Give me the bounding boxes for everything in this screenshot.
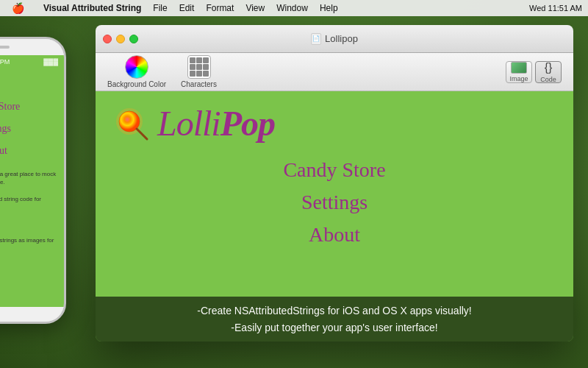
about-item[interactable]: About (309, 220, 360, 250)
app-title-part1: Lolli (157, 104, 220, 143)
phone-desc-line1: -Visual Attributed String is a great pla… (0, 170, 58, 186)
menu-bar-clock: Wed 11:51 AM (529, 4, 582, 13)
tagline-line2: -Easily put together your app's user int… (101, 319, 567, 336)
menu-bar-help[interactable]: Help (314, 0, 344, 16)
phone-home-bar (0, 307, 64, 322)
phone-description: -Visual Attributed String is a great pla… (0, 164, 64, 258)
apple-menu[interactable]: 🍎 (6, 0, 30, 16)
toolbar-background-color[interactable]: Background Color (107, 55, 166, 88)
phone-settings[interactable]: Settings (0, 118, 11, 139)
settings-item[interactable]: Settings (301, 188, 368, 217)
phone-desc-line3: -You can use Emoji. (0, 219, 58, 227)
menu-bar-format[interactable]: Format (200, 0, 240, 16)
characters-icon (187, 55, 211, 79)
window-titlebar: 📄 Lollipop (96, 25, 573, 53)
toolbar-right-buttons: Image {} Code (506, 61, 562, 83)
minimize-button[interactable] (116, 35, 125, 43)
maximize-button[interactable] (129, 35, 138, 43)
menu-bar-app-name[interactable]: Visual Attributed String (37, 0, 147, 16)
phone-app-header: LolliPop (0, 68, 64, 93)
toolbar-characters[interactable]: Characters (181, 55, 217, 88)
tagline-line1: -Create NSAttributedStrings for iOS and … (101, 302, 567, 319)
phone-status-bar: Carrier 3:39 PM ▓▓▓ (0, 55, 64, 68)
phone-desc-line4: -You can export attributed strings as im… (0, 236, 58, 252)
phone-battery: ▓▓▓ (43, 58, 58, 66)
window-toolbar: Background Color Characters Image {} Cod… (96, 53, 573, 91)
svg-line-3 (137, 129, 147, 139)
menu-bar: 🍎 Visual Attributed String File Edit For… (0, 0, 588, 16)
background-color-icon (125, 55, 148, 79)
phone-time: 3:39 PM (0, 58, 10, 66)
lollipop-logo-icon (113, 105, 150, 142)
phone-about[interactable]: About (0, 141, 7, 161)
phone-menu-items: Candy Store Settings About (0, 93, 64, 164)
window-content: LolliPop Candy Store Settings About -Cre… (96, 91, 573, 342)
main-window: 📄 Lollipop Background Color Characters I… (96, 25, 573, 342)
menu-bar-right: Wed 11:51 AM (529, 4, 582, 13)
phone-candy-store[interactable]: Candy Store (0, 96, 20, 117)
app-header: LolliPop (96, 91, 573, 149)
menu-bar-file[interactable]: File (147, 0, 173, 16)
phone-speaker-icon (0, 46, 10, 49)
window-title: 📄 Lollipop (311, 33, 358, 45)
traffic-lights (103, 35, 138, 43)
phone-notch (0, 39, 64, 55)
app-menu-items: Candy Store Settings About (96, 149, 573, 255)
characters-label: Characters (181, 80, 217, 88)
app-title-part2: Pop (220, 104, 275, 143)
close-button[interactable] (103, 35, 112, 43)
document-icon: 📄 (311, 33, 321, 45)
menu-bar-window[interactable]: Window (270, 0, 314, 16)
code-button[interactable]: {} Code (535, 61, 562, 83)
candy-store-item[interactable]: Candy Store (283, 155, 385, 185)
phone-desc-line2: -You can also get attributed string code… (0, 195, 58, 211)
image-button[interactable]: Image (506, 61, 532, 83)
phone-mockup: Carrier 3:39 PM ▓▓▓ LolliPop Can (0, 37, 66, 324)
menu-bar-view[interactable]: View (240, 0, 270, 16)
background-color-label: Background Color (107, 80, 166, 88)
bottom-tagline: -Create NSAttributedStrings for iOS and … (96, 297, 573, 342)
phone-screen: LolliPop Candy Store Settings About -Vis… (0, 68, 64, 307)
menu-bar-edit[interactable]: Edit (173, 0, 201, 16)
window-title-text: Lollipop (325, 33, 358, 44)
app-title: LolliPop (157, 103, 275, 144)
